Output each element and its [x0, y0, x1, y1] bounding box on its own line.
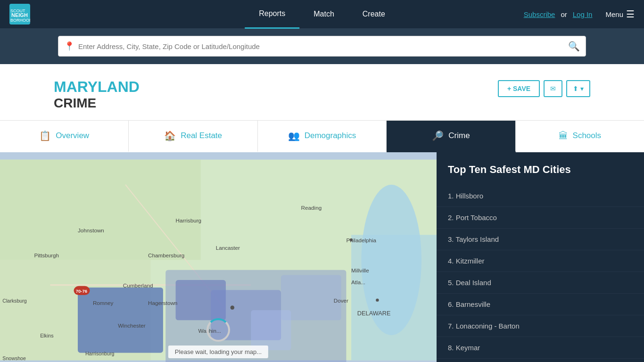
tabs: 📋 Overview 🏠 Real Estate 👥 Demographics …	[0, 120, 644, 152]
nav-links: Reports Match Create	[245, 0, 399, 29]
tab-overview[interactable]: 📋 Overview	[0, 121, 129, 152]
svg-rect-7	[0, 160, 201, 260]
state-name: MARYLAND	[54, 78, 140, 96]
tab-real-estate-label: Real Estate	[181, 131, 222, 140]
menu-label: Menu	[605, 10, 623, 18]
tab-crime[interactable]: 🔎 Crime	[387, 121, 515, 152]
tab-demographics-label: Demographics	[305, 131, 356, 140]
crime-icon: 🔎	[432, 130, 444, 141]
navbar: NEIGH BORHOOD SCOUT Reports Match Create…	[0, 0, 644, 28]
nav-match[interactable]: Match	[299, 0, 348, 28]
login-link[interactable]: Log In	[573, 10, 593, 18]
svg-text:Winchester: Winchester	[118, 322, 146, 329]
tab-schools-label: Schools	[573, 131, 601, 140]
svg-rect-6	[351, 235, 437, 360]
location-icon: 📍	[64, 41, 74, 51]
schools-icon: 🏛	[559, 131, 568, 141]
tab-schools[interactable]: 🏛 Schools	[516, 121, 644, 152]
svg-text:Lancaster: Lancaster	[216, 245, 240, 251]
svg-point-41	[350, 239, 353, 241]
list-item[interactable]: 3. Taylors Island	[437, 229, 644, 250]
svg-text:Harrisburg: Harrisburg	[176, 217, 202, 223]
svg-text:Elkins: Elkins	[40, 333, 53, 338]
nav-create[interactable]: Create	[348, 0, 399, 28]
page-title: MARYLAND CRIME	[54, 78, 140, 111]
list-item[interactable]: 2. Port Tobacco	[437, 207, 644, 229]
svg-text:Romney: Romney	[93, 300, 114, 306]
list-item[interactable]: 6. Barnesville	[437, 294, 644, 315]
menu-button[interactable]: Menu ☰	[605, 8, 635, 20]
map-placeholder: Pittsburgh Johnstown Harrisburg Reading …	[0, 152, 437, 362]
svg-text:Clarksburg: Clarksburg	[2, 298, 26, 304]
header-actions: + SAVE ✉ ⬆ ▾	[498, 80, 590, 97]
svg-text:Atla...: Atla...	[351, 279, 365, 285]
svg-text:Dover: Dover	[334, 297, 348, 304]
svg-rect-16	[251, 310, 291, 350]
search-input[interactable]	[78, 42, 568, 50]
list-item[interactable]: 1. Hillsboro	[437, 185, 644, 207]
svg-text:SCOUT: SCOUT	[10, 8, 25, 13]
svg-text:Hagerstown: Hagerstown	[148, 300, 177, 306]
svg-text:BORHOOD: BORHOOD	[10, 18, 30, 23]
sidebar-title: Top Ten Safest MD Cities	[437, 164, 644, 185]
svg-text:Johnstown: Johnstown	[78, 227, 104, 233]
nav-reports[interactable]: Reports	[245, 0, 299, 29]
map-loading-text: Please wait, loading your map...	[168, 346, 268, 358]
tab-real-estate[interactable]: 🏠 Real Estate	[129, 121, 257, 152]
content-area: Pittsburgh Johnstown Harrisburg Reading …	[0, 152, 644, 362]
or-text: or	[561, 10, 567, 18]
subscribe-link[interactable]: Subscribe	[524, 10, 555, 18]
logo[interactable]: NEIGH BORHOOD SCOUT	[9, 4, 30, 25]
search-icon[interactable]: 🔍	[568, 41, 580, 52]
svg-text:Harrisonburg: Harrisonburg	[85, 351, 115, 356]
tab-crime-label: Crime	[448, 131, 470, 140]
list-item[interactable]: 5. Deal Island	[437, 272, 644, 294]
list-item[interactable]: 8. Keymar	[437, 337, 644, 359]
email-button[interactable]: ✉	[544, 80, 562, 97]
tab-overview-label: Overview	[56, 131, 89, 140]
real-estate-icon: 🏠	[164, 130, 176, 141]
svg-point-39	[376, 298, 379, 301]
svg-rect-11	[78, 288, 163, 353]
page-type: CRIME	[54, 96, 140, 111]
map-spinner	[206, 318, 230, 342]
page-header: MARYLAND CRIME + SAVE ✉ ⬆ ▾	[0, 64, 644, 120]
demographics-icon: 👥	[288, 130, 300, 141]
map-container[interactable]: Pittsburgh Johnstown Harrisburg Reading …	[0, 152, 437, 362]
svg-text:Millville: Millville	[351, 267, 369, 273]
svg-text:Pittsburgh: Pittsburgh	[34, 252, 59, 258]
svg-text:Cumberland: Cumberland	[123, 282, 153, 288]
tab-demographics[interactable]: 👥 Demographics	[258, 121, 387, 152]
list-item[interactable]: 7. Lonaconing - Barton	[437, 315, 644, 337]
svg-text:Chambersburg: Chambersburg	[148, 252, 184, 258]
svg-text:Reading: Reading	[301, 205, 322, 211]
search-bar: 📍 🔍	[58, 36, 586, 57]
search-bar-wrapper: 📍 🔍	[0, 28, 644, 64]
list-item[interactable]: 4. Kitzmiller	[437, 250, 644, 272]
share-button[interactable]: ⬆ ▾	[566, 80, 590, 97]
sidebar: Top Ten Safest MD Cities 1. Hillsboro 2.…	[437, 152, 644, 362]
svg-point-40	[231, 305, 235, 310]
svg-text:70-76: 70-76	[76, 288, 87, 294]
save-button[interactable]: + SAVE	[498, 80, 540, 97]
svg-text:DELAWARE: DELAWARE	[357, 310, 391, 317]
hamburger-icon: ☰	[626, 8, 635, 20]
overview-icon: 📋	[39, 130, 51, 141]
svg-text:Snowshoe: Snowshoe	[2, 355, 26, 361]
nav-right: Subscribe or Log In Menu ☰	[524, 8, 635, 20]
